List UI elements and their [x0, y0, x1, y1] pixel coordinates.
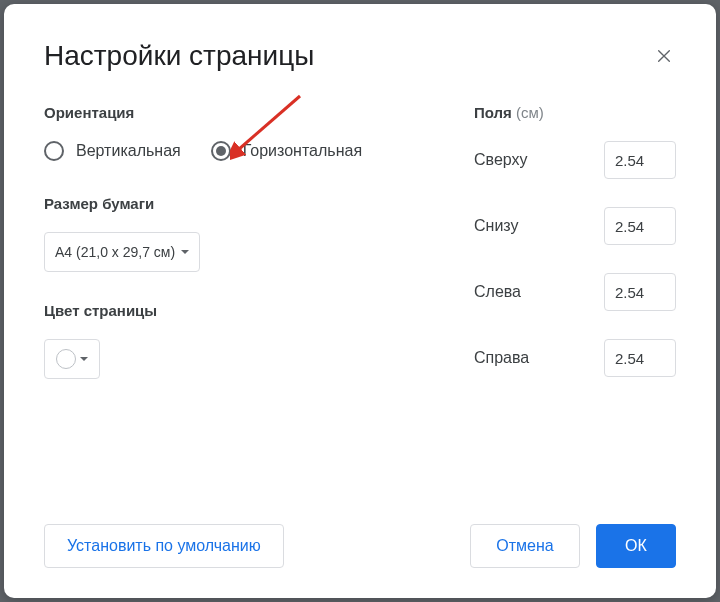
set-default-button[interactable]: Установить по умолчанию [44, 524, 284, 568]
margins-title: Поля (см) [474, 104, 676, 121]
close-button[interactable] [652, 44, 676, 68]
dialog-title: Настройки страницы [44, 40, 314, 72]
chevron-down-icon [181, 250, 189, 254]
margin-bottom-label: Снизу [474, 217, 518, 235]
right-column: Поля (см) Сверху Снизу Слева Справа [474, 104, 676, 405]
margin-left-label: Слева [474, 283, 521, 301]
page-setup-dialog: Настройки страницы Ориентация Вертикальн… [4, 4, 716, 598]
orientation-landscape-radio[interactable]: Горизонтальная [211, 141, 362, 161]
margin-right-input[interactable] [604, 339, 676, 377]
orientation-radio-group: Вертикальная Горизонтальная [44, 141, 438, 161]
dialog-header: Настройки страницы [44, 40, 676, 72]
dialog-footer: Установить по умолчанию Отмена ОК [44, 524, 676, 568]
radio-icon [44, 141, 64, 161]
margin-top-row: Сверху [474, 141, 676, 179]
radio-label: Горизонтальная [243, 142, 362, 160]
margins-label: Поля [474, 104, 512, 121]
page-color-section: Цвет страницы [44, 302, 438, 379]
margins-unit: (см) [516, 104, 544, 121]
ok-button[interactable]: ОК [596, 524, 676, 568]
radio-label: Вертикальная [76, 142, 181, 160]
margin-right-row: Справа [474, 339, 676, 377]
margin-top-input[interactable] [604, 141, 676, 179]
orientation-title: Ориентация [44, 104, 438, 121]
cancel-button[interactable]: Отмена [470, 524, 580, 568]
margin-left-row: Слева [474, 273, 676, 311]
paper-size-dropdown[interactable]: A4 (21,0 x 29,7 см) [44, 232, 200, 272]
margin-bottom-input[interactable] [604, 207, 676, 245]
page-color-dropdown[interactable] [44, 339, 100, 379]
margin-left-input[interactable] [604, 273, 676, 311]
paper-size-section: Размер бумаги A4 (21,0 x 29,7 см) [44, 195, 438, 272]
margin-top-label: Сверху [474, 151, 528, 169]
orientation-portrait-radio[interactable]: Вертикальная [44, 141, 181, 161]
paper-size-value: A4 (21,0 x 29,7 см) [55, 244, 175, 260]
margin-bottom-row: Снизу [474, 207, 676, 245]
left-column: Ориентация Вертикальная Горизонтальная Р… [44, 104, 438, 405]
close-icon [656, 48, 672, 64]
paper-size-title: Размер бумаги [44, 195, 438, 212]
page-color-title: Цвет страницы [44, 302, 438, 319]
chevron-down-icon [80, 357, 88, 361]
color-swatch-icon [56, 349, 76, 369]
dialog-content: Ориентация Вертикальная Горизонтальная Р… [44, 104, 676, 405]
margin-right-label: Справа [474, 349, 529, 367]
radio-icon [211, 141, 231, 161]
